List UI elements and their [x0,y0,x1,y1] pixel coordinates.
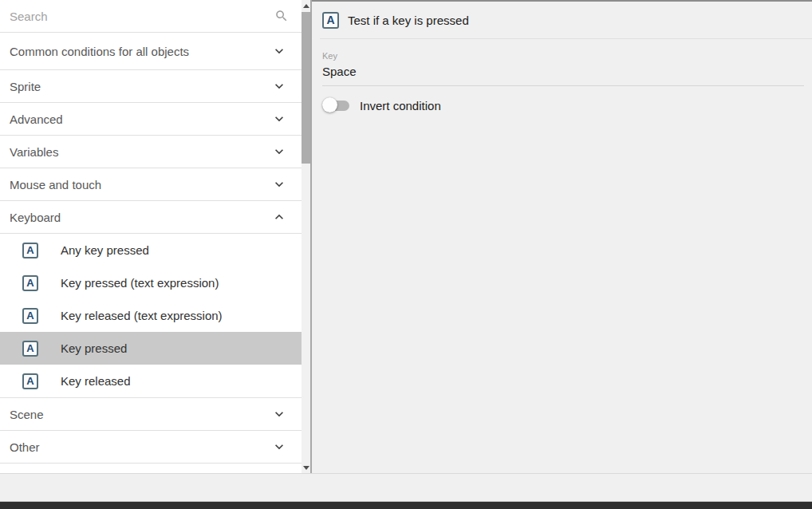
arrow-down-icon [303,466,309,470]
item-label: Key released [61,374,131,388]
chevron-up-icon [271,209,287,225]
invert-condition-row: Invert condition [322,97,812,113]
key-field-label: Key [322,51,804,61]
chevron-down-icon [271,439,287,455]
keyboard-key-icon: A [22,275,38,291]
condition-detail-panel: A Test if a key is pressed Key Space Inv… [312,0,812,501]
invert-condition-label: Invert condition [360,99,441,112]
keyboard-key-icon: A [22,373,38,389]
scrollbar-up-button[interactable] [302,0,310,12]
list-item-key-pressed-text-expression[interactable]: A Key pressed (text expression) [0,266,302,299]
category-label: Other [10,440,40,454]
toggle-thumb [322,97,337,112]
header-divider [320,38,812,39]
chevron-down-icon [271,176,287,192]
conditions-sidebar: Common conditions for all objects Sprite… [0,0,302,473]
list-item-key-released[interactable]: A Key released [0,365,302,397]
item-label: Key pressed (text expression) [61,276,219,290]
chevron-down-icon [271,406,287,422]
arrow-up-icon [303,4,309,8]
panel-separator [310,0,312,473]
keyboard-key-icon: A [22,341,38,357]
sidebar-scrollbar[interactable] [302,0,310,473]
scrollbar-thumb[interactable] [302,12,310,164]
keyboard-key-icon: A [322,12,339,29]
keyboard-key-icon: A [22,243,38,258]
key-field-value[interactable]: Space [322,65,804,86]
condition-header: A Test if a key is pressed [312,2,812,38]
sidebar-category-advanced[interactable]: Advanced [0,103,302,136]
item-label: Key pressed [61,341,127,355]
condition-editor-dialog: A Test if a key is pressed Key Space Inv… [0,0,812,509]
condition-title: Test if a key is pressed [348,14,469,27]
item-label: Any key pressed [61,243,149,257]
dialog-footer [0,473,812,501]
sidebar-category-keyboard[interactable]: Keyboard [0,201,302,234]
sidebar-category-scene[interactable]: Scene [0,398,302,431]
category-label: Sprite [10,80,41,93]
search-input[interactable] [10,10,274,23]
category-label: Scene [10,408,44,421]
category-label: Mouse and touch [10,178,101,191]
category-label: Common conditions for all objects [10,45,189,58]
category-label: Advanced [10,112,63,126]
list-item-key-pressed[interactable]: A Key pressed [0,332,302,365]
sidebar-category-variables[interactable]: Variables [0,136,302,168]
scrollbar-down-button[interactable] [302,461,310,473]
sidebar-category-other[interactable]: Other [0,431,302,464]
keyboard-items-group: A Any key pressed A Key pressed (text ex… [0,234,302,398]
chevron-down-icon [271,144,287,160]
sidebar-category-mouse-and-touch[interactable]: Mouse and touch [0,168,302,201]
sidebar-category-sprite[interactable]: Sprite [0,70,302,103]
chevron-down-icon [271,78,287,94]
list-item-any-key-pressed[interactable]: A Any key pressed [0,234,302,266]
search-icon [274,9,289,23]
keyboard-key-icon: A [22,308,38,324]
category-label: Keyboard [10,211,61,224]
chevron-down-icon [271,43,287,59]
invert-condition-toggle[interactable] [322,97,351,113]
sidebar-category-common-conditions[interactable]: Common conditions for all objects [0,33,302,70]
list-item-key-released-text-expression[interactable]: A Key released (text expression) [0,299,302,332]
window-bottom-edge [0,501,812,509]
category-label: Variables [10,145,58,159]
item-label: Key released (text expression) [61,309,223,322]
search-bar [0,0,302,33]
key-field: Key Space [322,51,804,86]
chevron-down-icon [271,111,287,127]
